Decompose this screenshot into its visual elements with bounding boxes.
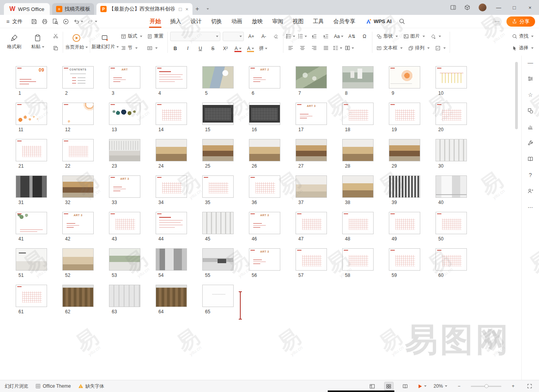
- ribbon-tab-7[interactable]: 视图: [288, 15, 308, 28]
- slideshow-preview-button[interactable]: [61, 17, 71, 26]
- slide-thumbnail-64[interactable]: [156, 285, 187, 307]
- highlight-color-button[interactable]: A: [245, 44, 256, 53]
- slide-thumbnail-12[interactable]: [62, 103, 94, 125]
- slide-thumbnail-27[interactable]: [296, 139, 327, 161]
- normal-view-button[interactable]: [368, 382, 377, 390]
- close-button[interactable]: ×: [523, 1, 537, 14]
- slide-thumbnail-26[interactable]: [249, 139, 280, 161]
- wps-ai-button[interactable]: WPS AI: [365, 18, 392, 25]
- ribbon-tab-4[interactable]: 动画: [227, 15, 247, 28]
- theme-button[interactable]: Office Theme: [35, 383, 71, 389]
- slide-size-button[interactable]: [145, 44, 165, 52]
- slide-thumbnail-24[interactable]: [156, 139, 187, 161]
- slide-thumbnail-22[interactable]: [62, 139, 94, 161]
- more-icon[interactable]: ⋯: [526, 203, 534, 211]
- slide-thumbnail-59[interactable]: [389, 248, 420, 271]
- fit-window-button[interactable]: [525, 382, 534, 390]
- cut-button[interactable]: [51, 32, 60, 40]
- slide-thumbnail-39[interactable]: [389, 175, 420, 198]
- slide-thumbnail-4[interactable]: [156, 66, 187, 89]
- slide-thumbnail-50[interactable]: [436, 212, 467, 234]
- slide-thumbnail-41[interactable]: [16, 212, 47, 234]
- more-options-button[interactable]: ⋯: [492, 17, 502, 26]
- slide-thumbnail-52[interactable]: [62, 248, 94, 271]
- superscript-button[interactable]: X²: [220, 44, 230, 53]
- strikethrough-button[interactable]: S: [208, 44, 218, 53]
- select-button[interactable]: 选择: [510, 44, 535, 52]
- slide-thumbnail-40[interactable]: [436, 175, 467, 198]
- slide-thumbnail-32[interactable]: [62, 175, 94, 198]
- slide-thumbnail-15[interactable]: [202, 103, 234, 125]
- chart-icon[interactable]: [526, 123, 534, 131]
- slide-thumbnail-14[interactable]: [156, 103, 187, 125]
- clear-format-button[interactable]: [271, 32, 281, 41]
- stickers-icon[interactable]: [461, 2, 473, 13]
- find-button[interactable]: 查找: [510, 32, 535, 41]
- ribbon-tab-3[interactable]: 切换: [206, 15, 227, 28]
- share-button[interactable]: 分享: [506, 16, 535, 27]
- quick-style-button[interactable]: [434, 44, 447, 52]
- slide-thumbnail-9[interactable]: [389, 66, 420, 89]
- slide-thumbnail-30[interactable]: [436, 139, 467, 161]
- favorites-icon[interactable]: ☆: [526, 91, 534, 99]
- shapes-panel-icon[interactable]: [526, 107, 534, 115]
- ribbon-tab-2[interactable]: 设计: [186, 15, 206, 28]
- slide-thumbnail-25[interactable]: [202, 139, 234, 161]
- justify-button[interactable]: [321, 44, 330, 52]
- home-tab[interactable]: W WPS Office: [4, 3, 50, 15]
- change-case-button[interactable]: Aa: [333, 32, 345, 41]
- feedback-icon[interactable]: [526, 187, 534, 195]
- decrease-indent-button[interactable]: [309, 32, 319, 41]
- format-painter-button[interactable]: 格式刷: [3, 30, 25, 54]
- zoom-slider[interactable]: [471, 386, 501, 387]
- slide-thumbnail-61[interactable]: [16, 285, 47, 307]
- pinyin-button[interactable]: 拼: [258, 44, 269, 53]
- paste-button[interactable]: 粘贴: [27, 30, 49, 54]
- slide-thumbnail-2[interactable]: CONTENTS: [62, 66, 94, 89]
- align-right-button[interactable]: [309, 44, 319, 52]
- increase-font-button[interactable]: A+: [246, 32, 256, 41]
- ribbon-tab-1[interactable]: 插入: [165, 15, 186, 28]
- slide-thumbnail-21[interactable]: [16, 139, 47, 161]
- arrange-button[interactable]: 排列: [407, 44, 431, 52]
- tab-list-dropdown[interactable]: [202, 3, 212, 15]
- slide-thumbnail-62[interactable]: [62, 285, 94, 307]
- slide-thumbnail-53[interactable]: [109, 248, 140, 271]
- shapes-button[interactable]: 形状: [375, 32, 399, 41]
- close-tab-icon[interactable]: ×: [185, 6, 189, 12]
- slide-thumbnail-3[interactable]: ART: [109, 66, 140, 89]
- maximize-button[interactable]: □: [508, 1, 521, 14]
- pin-tab-icon[interactable]: □: [179, 6, 182, 12]
- slide-thumbnail-36[interactable]: [249, 175, 280, 198]
- ribbon-tab-8[interactable]: 工具: [308, 15, 328, 28]
- decrease-font-button[interactable]: A-: [259, 32, 269, 41]
- save-button[interactable]: [29, 17, 39, 26]
- print-preview-button[interactable]: [51, 17, 60, 26]
- bullet-list-button[interactable]: [286, 32, 295, 41]
- slide-thumbnail-20[interactable]: [436, 103, 467, 125]
- slide-thumbnail-6[interactable]: ART 2: [249, 66, 280, 89]
- layout-button[interactable]: 版式: [119, 32, 144, 41]
- columns-button[interactable]: [345, 44, 354, 52]
- underline-button[interactable]: U: [195, 44, 205, 53]
- slide-thumbnail-10[interactable]: [436, 66, 467, 89]
- doc-tab-active[interactable]: P 【最新办公】西安丝路科创谷 □ ×: [96, 3, 192, 15]
- slide-thumbnail-54[interactable]: [156, 248, 187, 271]
- bold-button[interactable]: B: [170, 44, 180, 53]
- new-tab-button[interactable]: +: [192, 3, 202, 15]
- slide-thumbnail-63[interactable]: [109, 285, 140, 307]
- slide-thumbnail-58[interactable]: [342, 248, 374, 271]
- copy-button[interactable]: [51, 44, 60, 52]
- ribbon-tab-5[interactable]: 放映: [247, 15, 267, 28]
- align-left-button[interactable]: [286, 44, 295, 52]
- slide-thumbnail-31[interactable]: [16, 175, 47, 198]
- doc-tab-templates[interactable]: ≡ 找稿壳模板: [52, 3, 94, 15]
- slide-thumbnail-47[interactable]: [296, 212, 327, 234]
- minimize-button[interactable]: —: [492, 1, 505, 14]
- slide-thumbnail-18[interactable]: [342, 103, 374, 125]
- align-center-button[interactable]: [298, 44, 307, 52]
- slide-thumbnail-65[interactable]: [202, 285, 234, 307]
- symbol-button[interactable]: Ω: [359, 32, 370, 41]
- search-button[interactable]: [397, 17, 407, 26]
- slide-thumbnail-44[interactable]: [156, 212, 187, 234]
